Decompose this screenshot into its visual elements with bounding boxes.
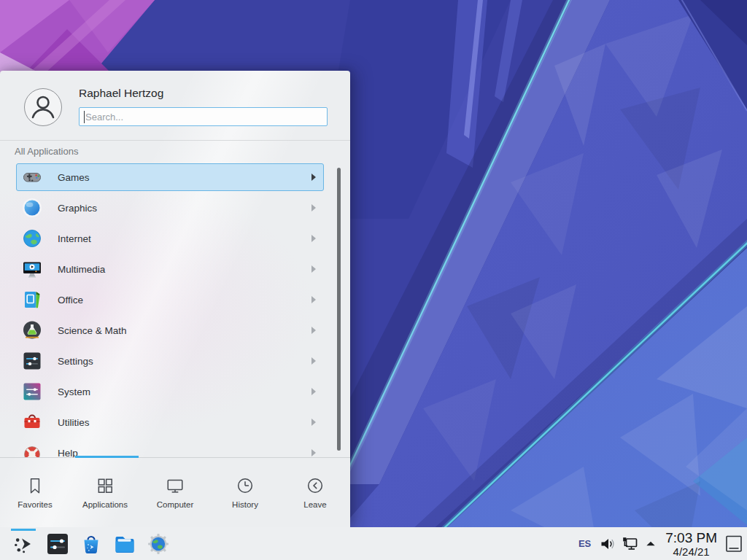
clock-date: 4/24/21 [665, 546, 717, 557]
tab-label: Applications [82, 500, 128, 509]
submenu-arrow-icon [311, 388, 316, 395]
clock-time: 7:03 PM [665, 531, 717, 545]
monitor-play-icon [22, 259, 42, 279]
desktop: Raphael Hertzog Search... All Applicatio… [0, 0, 747, 560]
tab-label: Leave [303, 500, 326, 509]
expand-tray-icon[interactable] [644, 537, 657, 551]
tab-label: Favorites [18, 500, 52, 509]
gamepad-icon [22, 167, 42, 187]
toolbox-icon [22, 412, 42, 432]
category-settings[interactable]: Settings [16, 347, 324, 375]
show-desktop-icon[interactable] [724, 534, 743, 553]
discover-launcher[interactable] [80, 532, 103, 556]
system-settings-icon [46, 532, 69, 556]
keyboard-layout-indicator[interactable]: ES [578, 538, 591, 549]
category-label: System [58, 386, 90, 397]
tab-history[interactable]: History [210, 458, 280, 527]
application-launcher-button[interactable] [12, 532, 36, 556]
leave-icon [306, 476, 325, 495]
text-caret [84, 111, 85, 123]
category-multimedia[interactable]: Multimedia [16, 255, 324, 283]
dolphin-launcher[interactable] [113, 532, 136, 556]
category-science-math[interactable]: Science & Math [16, 316, 324, 344]
konqueror-launcher[interactable] [147, 532, 170, 556]
category-label: Office [58, 295, 83, 306]
network-icon[interactable] [622, 535, 639, 553]
category-label: Settings [58, 356, 93, 367]
globe-icon [22, 228, 42, 249]
category-graphics[interactable]: Graphics [16, 194, 324, 222]
submenu-arrow-icon [311, 327, 316, 334]
konqueror-icon [147, 532, 170, 556]
tab-applications[interactable]: Applications [70, 458, 140, 527]
category-internet[interactable]: Internet [16, 225, 324, 252]
computer-icon [166, 476, 185, 495]
category-games[interactable]: Games [16, 163, 324, 191]
submenu-arrow-icon [311, 357, 316, 365]
system-settings-launcher[interactable] [46, 532, 69, 556]
category-label: Utilities [58, 417, 90, 428]
tab-label: Computer [157, 500, 194, 509]
category-office[interactable]: Office [16, 286, 324, 314]
lifebuoy-icon [22, 443, 42, 457]
user-name: Raphael Hertzog [79, 87, 163, 100]
category-label: Games [58, 172, 90, 183]
category-system[interactable]: System [16, 378, 324, 405]
submenu-arrow-icon [311, 235, 316, 242]
sphere-icon [22, 198, 42, 218]
clock-icon [236, 476, 255, 495]
category-utilities[interactable]: Utilities [16, 408, 324, 436]
clock-widget[interactable]: 7:03 PM 4/24/21 [665, 531, 717, 557]
search-placeholder: Search... [85, 112, 123, 122]
category-label: Multimedia [58, 264, 105, 275]
taskbar-launchers [0, 527, 170, 560]
tab-label: History [232, 500, 258, 509]
tab-computer[interactable]: Computer [140, 458, 210, 527]
category-label: Internet [58, 233, 91, 244]
submenu-arrow-icon [311, 296, 316, 303]
submenu-arrow-icon [311, 204, 316, 211]
grid-icon [96, 476, 115, 495]
submenu-arrow-icon [311, 449, 316, 456]
system-tray: ES 7:03 PM 4/24/21 [578, 527, 747, 560]
bookmark-icon [26, 476, 44, 495]
user-avatar[interactable] [24, 88, 62, 126]
taskbar-panel: ES 7:03 PM 4/24/21 [0, 527, 747, 560]
document-icon [22, 289, 42, 310]
search-input[interactable]: Search... [79, 107, 328, 126]
discover-icon [80, 532, 103, 556]
sliders-icon [22, 351, 42, 371]
flask-icon [22, 320, 42, 341]
active-task-indicator [11, 529, 36, 531]
category-label: Graphics [58, 203, 97, 214]
category-label: Science & Math [58, 325, 127, 336]
tab-favorites[interactable]: Favorites [0, 458, 70, 527]
list-scrollbar[interactable] [337, 168, 341, 451]
category-help[interactable]: Help [16, 439, 324, 457]
launcher-header: Raphael Hertzog Search... [0, 71, 350, 140]
launcher-tabbar: Favorites Applications C [0, 458, 350, 527]
system-sliders-icon [22, 381, 42, 402]
application-launcher-menu: Raphael Hertzog Search... All Applicatio… [0, 71, 350, 527]
kde-launcher-icon [12, 532, 36, 556]
tab-leave[interactable]: Leave [280, 458, 350, 527]
header-divider [0, 140, 350, 141]
user-icon [25, 89, 61, 125]
application-category-list: Games Graphics [0, 159, 350, 457]
submenu-arrow-icon [311, 265, 316, 273]
submenu-arrow-icon [311, 174, 316, 181]
volume-icon[interactable] [599, 535, 616, 553]
submenu-arrow-icon [311, 419, 316, 426]
dolphin-icon [113, 532, 136, 556]
section-label: All Applications [15, 146, 78, 157]
